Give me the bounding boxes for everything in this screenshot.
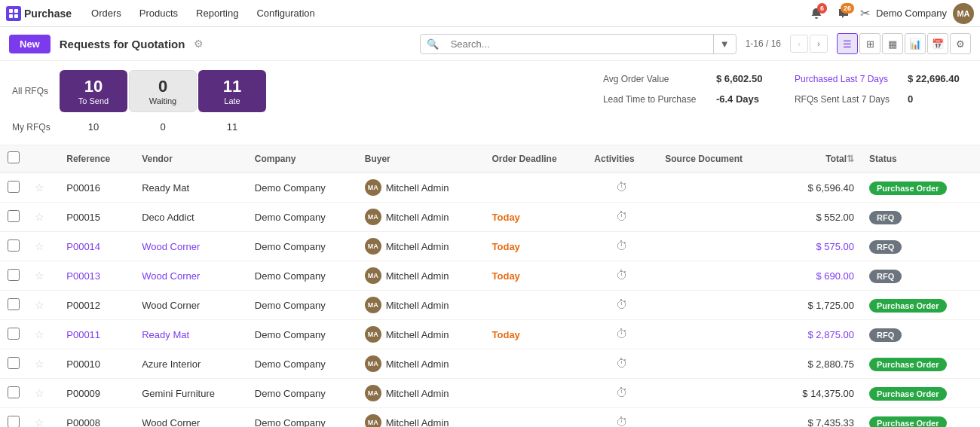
all-rfqs-cards: 10 To Send 0 Waiting 11 Late [60, 70, 266, 112]
activity-clock-icon[interactable]: ⏱ [616, 416, 628, 427]
th-vendor[interactable]: Vendor [134, 145, 247, 172]
reference-link[interactable]: P00008 [66, 417, 100, 428]
row-total[interactable]: $ 575.00 [776, 232, 862, 261]
chart-view-button[interactable]: 📊 [905, 33, 926, 54]
row-checkbox-cell [0, 408, 27, 428]
search-dropdown-icon[interactable]: ▼ [713, 35, 736, 53]
th-activities[interactable]: Activities [586, 145, 657, 172]
list-view-button[interactable]: ☰ [837, 33, 858, 54]
waiting-card[interactable]: 0 Waiting [129, 70, 197, 112]
activity-clock-icon[interactable]: ⏱ [616, 269, 628, 282]
purchased-last7-label[interactable]: Purchased Last 7 Days [795, 74, 888, 84]
th-source[interactable]: Source Document [657, 145, 776, 172]
row-total[interactable]: $ 2,875.00 [776, 320, 862, 349]
nav-configuration[interactable]: Configuration [249, 5, 322, 22]
activity-clock-icon[interactable]: ⏱ [616, 357, 628, 370]
row-deadline [485, 291, 587, 320]
user-avatar[interactable]: MA [953, 3, 974, 24]
buyer-avatar: MA [365, 267, 381, 284]
reference-link[interactable]: P00012 [66, 300, 100, 311]
row-checkbox[interactable] [8, 386, 20, 398]
row-activities: ⏱ [586, 172, 657, 203]
activity-clock-icon[interactable]: ⏱ [616, 210, 628, 223]
row-deadline [485, 349, 587, 379]
favorite-star-icon[interactable]: ☆ [35, 240, 44, 252]
row-checkbox-cell [0, 232, 27, 261]
search-input[interactable] [445, 35, 713, 53]
reference-link[interactable]: P00009 [66, 388, 100, 399]
th-reference[interactable]: Reference [59, 145, 134, 172]
row-checkbox[interactable] [8, 328, 20, 340]
reference-link[interactable]: P00013 [66, 270, 100, 282]
th-buyer[interactable]: Buyer [357, 145, 485, 172]
select-all-checkbox[interactable] [8, 151, 20, 163]
vendor-name[interactable]: Azure Interior [142, 358, 201, 370]
row-checkbox[interactable] [8, 416, 20, 428]
vendor-name[interactable]: Wood Corner [142, 270, 200, 282]
nav-orders[interactable]: Orders [84, 5, 129, 22]
th-deadline[interactable]: Order Deadline [485, 145, 587, 172]
kanban-view-button[interactable]: ⊞ [859, 33, 880, 54]
row-checkbox[interactable] [8, 181, 20, 193]
vendor-name[interactable]: Gemini Furniture [142, 388, 215, 399]
scissors-icon[interactable]: ✂ [860, 6, 870, 20]
row-vendor: Wood Corner [134, 261, 247, 291]
th-company[interactable]: Company [247, 145, 357, 172]
vendor-name[interactable]: Ready Mat [142, 182, 189, 194]
vendor-name[interactable]: Deco Addict [142, 212, 194, 223]
row-checkbox[interactable] [8, 210, 20, 222]
bell-notification[interactable]: 6 [806, 3, 827, 24]
favorite-star-icon[interactable]: ☆ [35, 270, 44, 282]
calendar-view-button[interactable]: 📅 [927, 33, 948, 54]
favorite-star-icon[interactable]: ☆ [35, 181, 44, 194]
activity-clock-icon[interactable]: ⏱ [616, 386, 628, 399]
company-name: Demo Company [876, 8, 947, 19]
row-total[interactable]: $ 690.00 [776, 261, 862, 291]
nav-products[interactable]: Products [132, 5, 185, 22]
grid-view-button[interactable]: ▦ [882, 33, 903, 54]
activity-clock-icon[interactable]: ⏱ [616, 298, 628, 311]
reference-link[interactable]: P00010 [66, 358, 100, 370]
favorite-star-icon[interactable]: ☆ [35, 328, 44, 340]
rfq-filters: All RFQs 10 To Send 0 Waiting 11 Late My… [12, 70, 266, 136]
reference-link[interactable]: P00015 [66, 212, 100, 223]
favorite-star-icon[interactable]: ☆ [35, 387, 44, 399]
reference-link[interactable]: P00014 [66, 241, 100, 252]
activity-clock-icon[interactable]: ⏱ [616, 328, 628, 340]
nav-right: 6 26 ✂ Demo Company MA [806, 3, 974, 24]
favorite-star-icon[interactable]: ☆ [35, 416, 44, 427]
th-status[interactable]: Status [862, 145, 980, 172]
my-to-send-count[interactable]: 10 [60, 118, 127, 136]
chat-notification[interactable]: 26 [833, 3, 854, 24]
nav-reporting[interactable]: Reporting [188, 5, 246, 22]
settings-gear-icon[interactable]: ⚙ [194, 38, 204, 50]
row-checkbox[interactable] [8, 357, 20, 369]
favorite-star-icon[interactable]: ☆ [35, 211, 44, 223]
activity-clock-icon[interactable]: ⏱ [616, 181, 628, 194]
prev-page-button[interactable]: ‹ [790, 35, 808, 53]
my-rfqs-label[interactable]: My RFQs [12, 122, 54, 133]
late-card[interactable]: 11 Late [198, 70, 266, 112]
row-checkbox[interactable] [8, 269, 20, 281]
vendor-name[interactable]: Wood Corner [142, 241, 200, 252]
row-checkbox[interactable] [8, 239, 20, 252]
activity-clock-icon[interactable]: ⏱ [616, 239, 628, 252]
my-late-count[interactable]: 11 [198, 118, 266, 136]
favorite-star-icon[interactable]: ☆ [35, 299, 44, 311]
sort-icon[interactable]: ⇅ [847, 154, 854, 164]
my-waiting-count[interactable]: 0 [129, 118, 197, 136]
to-send-card[interactable]: 10 To Send [60, 70, 127, 112]
reference-link[interactable]: P00011 [66, 329, 100, 340]
vendor-name[interactable]: Ready Mat [142, 329, 189, 340]
reference-link[interactable]: P00016 [66, 182, 100, 194]
new-button[interactable]: New [9, 35, 51, 53]
settings-view-button[interactable]: ⚙ [950, 33, 971, 54]
vendor-name[interactable]: Wood Corner [142, 417, 200, 428]
row-checkbox[interactable] [8, 298, 20, 310]
lead-time-value: -6.4 Days [716, 93, 776, 105]
favorite-star-icon[interactable]: ☆ [35, 358, 44, 370]
vendor-name[interactable]: Wood Corner [142, 300, 200, 311]
next-page-button[interactable]: › [810, 35, 828, 53]
th-total[interactable]: Total ⇅ [776, 145, 862, 172]
all-rfqs-label[interactable]: All RFQs [12, 86, 54, 96]
